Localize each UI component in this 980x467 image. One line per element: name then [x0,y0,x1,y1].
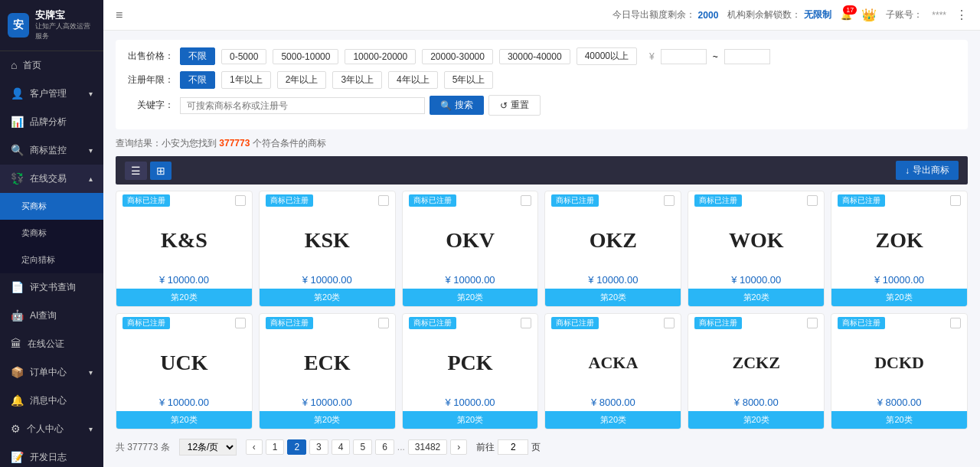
export-button[interactable]: ↓ 导出商标 [896,161,959,180]
status-badge: 商标已注册 [266,194,313,207]
trademark-card[interactable]: 商标已注册 ACKA ¥ 8000.00 第20类 [544,313,681,429]
trademark-card[interactable]: 商标已注册 ECK ¥ 10000.00 第20类 [259,313,396,429]
year-tag-1[interactable]: 1年以上 [221,71,271,89]
quota-info: 今日导出额度剩余： 2000 机构剩余解锁数： 无限制 [612,8,832,21]
list-view-button[interactable]: ☰ [125,162,147,180]
card-checkbox[interactable] [378,318,389,328]
reset-button[interactable]: ↺ 重置 [488,95,541,116]
sidebar-item-devlog[interactable]: 📝 开发日志 [0,443,103,467]
card-checkbox[interactable] [950,318,961,328]
card-checkbox[interactable] [807,318,818,328]
topbar: ≡ 今日导出额度剩余： 2000 机构剩余解锁数： 无限制 🔔 17 👑 子账号… [103,0,980,31]
year-tag-4[interactable]: 4年以上 [388,71,438,89]
sidebar-item-hunt[interactable]: 定向猎标 [0,247,103,273]
trademark-card[interactable]: 商标已注册 PCK ¥ 10000.00 第20类 [402,313,539,429]
trademark-card[interactable]: 商标已注册 K&S ¥ 10000.00 第20类 [116,191,253,307]
price-filter-row: 出售价格： 不限 0-5000 5000-10000 10000-20000 2… [128,47,956,65]
card-header: 商标已注册 [260,314,395,332]
page-6-button[interactable]: 6 [375,439,394,455]
prev-page-button[interactable]: ‹ [246,439,263,455]
sidebar-item-ai[interactable]: 🤖 AI查询 [0,302,103,330]
more-options-icon[interactable]: ⋮ [956,8,968,22]
price-tag-1[interactable]: 0-5000 [221,49,266,64]
chevron-down-icon2: ▾ [89,146,93,155]
price-tag-2[interactable]: 5000-10000 [273,49,338,64]
trade-icon: 💱 [11,172,24,185]
sidebar-item-monitor[interactable]: 🔍 商标监控 ▾ [0,136,103,165]
card-category: 第20类 [545,411,681,429]
trademark-card[interactable]: 商标已注册 DCKD ¥ 8000.00 第20类 [831,313,968,429]
year-tag-3[interactable]: 3年以上 [332,71,382,89]
sidebar-item-trade[interactable]: 💱 在线交易 ▴ [0,165,103,193]
card-checkbox[interactable] [950,195,961,206]
card-checkbox[interactable] [235,195,246,206]
price-tag-3[interactable]: 10000-20000 [345,49,416,64]
page-3-button[interactable]: 3 [309,439,328,455]
card-checkbox[interactable] [235,318,246,328]
page-2-button[interactable]: 2 [287,439,306,455]
sidebar-item-sell[interactable]: 卖商标 [0,220,103,247]
card-checkbox[interactable] [664,195,675,206]
sidebar-item-customer[interactable]: 👤 客户管理 ▾ [0,80,103,108]
card-checkbox[interactable] [807,195,818,206]
price-max-input[interactable] [724,49,770,64]
status-badge: 商标已注册 [122,194,170,207]
jump-input[interactable] [498,439,528,455]
price-tag-0[interactable]: 不限 [180,47,215,65]
chevron-down-icon4: ▾ [89,425,93,433]
card-category: 第20类 [831,289,967,306]
sidebar-item-order[interactable]: 📦 订单中心 ▾ [0,358,103,387]
trademark-card[interactable]: 商标已注册 KSK ¥ 10000.00 第20类 [259,191,396,307]
search-button[interactable]: 🔍 搜索 [430,96,484,115]
year-tag-2[interactable]: 2年以上 [277,71,327,89]
card-checkbox[interactable] [378,195,389,206]
trademark-card[interactable]: 商标已注册 WOK ¥ 10000.00 第20类 [688,191,825,307]
last-page-button[interactable]: 31482 [408,439,447,455]
price-tag-4[interactable]: 20000-30000 [422,49,493,64]
sidebar-item-home[interactable]: ⌂ 首页 [0,51,103,80]
card-checkbox[interactable] [521,195,531,206]
menu-toggle-icon[interactable]: ≡ [116,8,122,22]
monitor-icon: 🔍 [11,144,24,156]
export-button-label: 导出商标 [913,164,949,177]
page-4-button[interactable]: 4 [332,439,351,455]
price-tag-6[interactable]: 40000以上 [577,47,637,65]
sidebar-item-brand[interactable]: 📊 品牌分析 [0,108,103,136]
page-5-button[interactable]: 5 [353,439,372,455]
price-tag-5[interactable]: 30000-40000 [499,49,570,64]
trademark-card[interactable]: 商标已注册 ZOK ¥ 10000.00 第20类 [831,191,968,307]
status-badge: 商标已注册 [694,317,742,329]
sidebar-item-profile[interactable]: ⚙ 个人中心 ▾ [0,415,103,443]
status-badge: 商标已注册 [266,317,313,329]
year-tag-0[interactable]: 不限 [180,71,215,89]
sidebar-item-review[interactable]: 📄 评文书查询 [0,273,103,302]
price-filter-label: 出售价格： [128,50,174,63]
logo-icon: 安 [8,13,29,38]
card-header: 商标已注册 [116,314,252,332]
card-price: ¥ 8000.00 [831,394,967,411]
sidebar-item-buy[interactable]: 买商标 [0,193,103,220]
sidebar-item-notary[interactable]: 🏛 在线公证 [0,330,103,358]
year-tag-5[interactable]: 5年以上 [444,71,494,89]
card-header: 商标已注册 [688,314,824,332]
status-badge: 商标已注册 [409,194,456,207]
trademark-card[interactable]: 商标已注册 OKV ¥ 10000.00 第20类 [402,191,539,307]
page-1-button[interactable]: 1 [266,439,285,455]
price-min-input[interactable] [661,49,707,64]
trademark-card[interactable]: 商标已注册 UCK ¥ 10000.00 第20类 [116,313,253,429]
grid-view-button[interactable]: ⊞ [150,162,172,180]
sidebar-label-order: 订单中心 [30,366,67,379]
notification-bell[interactable]: 🔔 17 [841,10,852,21]
status-badge: 商标已注册 [122,317,170,329]
card-logo: KSK [260,210,395,271]
trademark-card[interactable]: 商标已注册 ZCKZ ¥ 8000.00 第20类 [688,313,825,429]
sidebar-item-message[interactable]: 🔔 消息中心 [0,387,103,415]
next-page-button[interactable]: › [450,439,467,455]
card-checkbox[interactable] [664,318,675,328]
page-size-select[interactable]: 12条/页 24条/页 48条/页 [179,439,237,456]
card-price: ¥ 10000.00 [403,394,538,411]
keyword-input[interactable] [180,97,425,114]
trademark-card[interactable]: 商标已注册 OKZ ¥ 10000.00 第20类 [544,191,681,307]
keyword-input-wrap: 🔍 搜索 ↺ 重置 [180,95,541,116]
card-checkbox[interactable] [521,318,531,328]
